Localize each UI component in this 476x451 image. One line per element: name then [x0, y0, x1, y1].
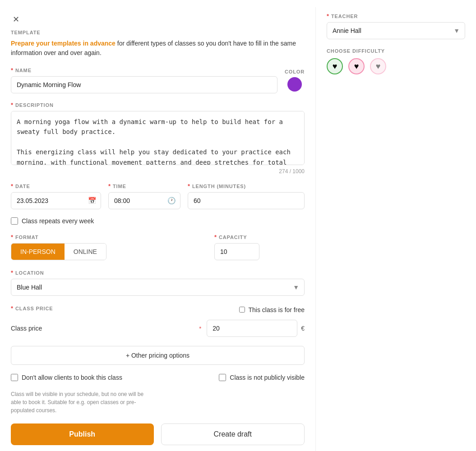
- repeat-label[interactable]: Class repeats every week: [22, 217, 94, 225]
- description-group: * DESCRIPTION A morning yoga flow with a…: [11, 101, 305, 175]
- difficulty-medium-button[interactable]: ♥: [348, 58, 365, 74]
- dont-allow-checkbox[interactable]: [11, 374, 18, 381]
- name-label: * NAME: [11, 67, 277, 74]
- format-online-button[interactable]: ONLINE: [65, 244, 106, 260]
- bottom-checkboxes: Don't allow clients to book this class C…: [11, 374, 305, 414]
- free-checkbox[interactable]: [239, 307, 245, 313]
- create-draft-button[interactable]: Create draft: [161, 423, 305, 445]
- repeat-checkbox[interactable]: [11, 217, 18, 225]
- format-label: * FORMAT: [11, 234, 196, 240]
- not-public-wrap: Class is not publicly visible: [219, 374, 305, 390]
- capacity-label: * CAPACITY: [214, 234, 305, 240]
- difficulty-hard-button[interactable]: ♥: [370, 58, 386, 74]
- free-checkbox-row: This class is for free: [239, 306, 305, 313]
- name-input[interactable]: [11, 76, 277, 93]
- dont-allow-label[interactable]: Don't allow clients to book this class: [22, 374, 122, 381]
- not-public-checkbox[interactable]: [219, 374, 226, 381]
- right-panel: * TEACHER Annie Hall John Doe ▼ CHOOSE D…: [316, 7, 476, 451]
- date-label: * DATE: [11, 183, 101, 189]
- length-label: * LENGTH (MINUTES): [188, 183, 305, 189]
- format-inperson-button[interactable]: IN-PERSON: [11, 244, 65, 260]
- char-count: 274 / 1000: [11, 168, 305, 175]
- price-input[interactable]: [207, 320, 297, 337]
- difficulty-section: CHOOSE DIFFICULTY ♥ ♥ ♥: [327, 48, 465, 74]
- color-label: COLOR: [285, 69, 305, 74]
- location-select[interactable]: Blue Hall Red Hall Green Hall: [11, 279, 305, 296]
- other-pricing-button[interactable]: + Other pricing options: [11, 346, 305, 365]
- price-input-row: Class price * €: [11, 320, 305, 337]
- date-input[interactable]: [11, 192, 101, 209]
- price-input-wrap: €: [207, 320, 305, 337]
- close-button[interactable]: ✕: [11, 13, 21, 26]
- teacher-section: * TEACHER Annie Hall John Doe ▼: [327, 13, 465, 39]
- template-link[interactable]: Prepare your templates in advance: [11, 40, 116, 47]
- repeat-row: Class repeats every week: [11, 217, 305, 225]
- length-input[interactable]: [188, 192, 305, 209]
- description-input[interactable]: A morning yoga flow with a dynamic warm-…: [11, 111, 305, 165]
- teacher-label: * TEACHER: [327, 13, 465, 19]
- format-toggle: IN-PERSON ONLINE: [11, 243, 106, 260]
- time-label: * TIME: [108, 183, 180, 189]
- class-price-row-label: Class price: [11, 325, 194, 332]
- bottom-buttons: Publish Create draft: [11, 423, 305, 445]
- description-label: * DESCRIPTION: [11, 101, 305, 108]
- capacity-input[interactable]: [214, 243, 259, 260]
- name-required-star: *: [11, 67, 14, 74]
- difficulty-label: CHOOSE DIFFICULTY: [327, 48, 465, 54]
- difficulty-easy-button[interactable]: ♥: [327, 58, 343, 74]
- dont-allow-description: Class will be visible in your schedule, …: [11, 390, 146, 414]
- location-select-wrap: Blue Hall Red Hall Green Hall ▼: [11, 279, 305, 296]
- teacher-select[interactable]: Annie Hall John Doe: [327, 22, 465, 39]
- currency-label: €: [301, 325, 305, 332]
- location-label: * LOCATION: [11, 269, 305, 276]
- free-label[interactable]: This class is for free: [249, 306, 305, 313]
- template-label: TEMPLATE: [11, 30, 305, 35]
- template-description: Prepare your templates in advance for di…: [11, 39, 305, 58]
- class-price-label: * CLASS PRICE: [11, 305, 53, 312]
- teacher-select-wrap: Annie Hall John Doe ▼: [327, 22, 465, 39]
- dont-allow-wrap: Don't allow clients to book this class C…: [11, 374, 201, 414]
- time-input[interactable]: [108, 192, 180, 209]
- difficulty-icons: ♥ ♥ ♥: [327, 58, 465, 74]
- color-picker-button[interactable]: [287, 77, 302, 92]
- close-icon: ✕: [13, 15, 19, 24]
- not-public-label[interactable]: Class is not publicly visible: [230, 374, 305, 381]
- class-price-section: * CLASS PRICE This class is for free Cla…: [11, 305, 305, 337]
- publish-button[interactable]: Publish: [11, 423, 154, 445]
- left-panel: ✕ TEMPLATE Prepare your templates in adv…: [0, 7, 316, 451]
